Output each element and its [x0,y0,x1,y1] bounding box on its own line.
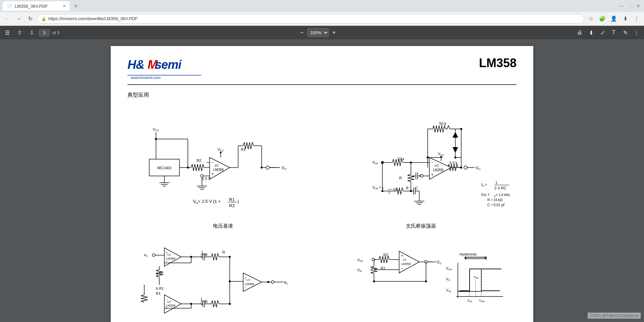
circuit2-label: 文氏桥振荡器 [406,223,436,229]
circuit2-diagram: 50 k [325,105,517,220]
svg-point-89 [464,166,467,169]
minimize-icon[interactable]: — [618,2,625,10]
svg-text:1/2: 1/2 [434,164,439,167]
svg-text:VO: VO [476,166,480,171]
svg-text:R2: R2 [229,203,235,208]
svg-text:R: R [399,176,402,180]
svg-text:50 k: 50 k [439,122,446,126]
sidebar-toggle-button[interactable]: ☰ [3,28,12,37]
svg-text:LM358: LM358 [401,262,411,266]
svg-text:LM358: LM358 [213,168,224,172]
svg-text:e1: e1 [144,253,148,258]
svg-text:1: 1 [201,297,203,301]
svg-text:−: − [166,259,168,263]
svg-text:C: C [201,302,203,306]
text-select-button[interactable]: T [609,28,619,37]
svg-text:C = 0.01 μF: C = 0.01 μF [487,203,505,207]
page-up-button[interactable]: ⇧ [15,28,24,37]
svg-text:Vref = 1: Vref = 1 [372,185,384,190]
page-down-button[interactable]: ⇩ [27,28,36,37]
reload-button[interactable]: ↻ [25,14,35,24]
browser-chrome: 📄 LM358_36V.PDF ✕ + — ⬜ ✕ ← → ↻ 🔒 https:… [0,0,644,26]
circuit3-section: e1 1/2 LM358 + − a R1 [127,236,319,322]
section-title: 典型应用 [127,92,517,99]
circuit3-diagram: e1 1/2 LM358 + − a R1 [127,236,319,320]
page-total: of 5 [52,30,60,35]
fit-page-button[interactable]: ⤢ [598,28,607,37]
svg-point-94 [460,167,462,169]
svg-point-200 [271,281,274,283]
download-pdf-button[interactable]: ⬇ [586,28,596,37]
svg-text:+: + [166,251,168,255]
svg-text:H&: H& [127,58,144,72]
svg-text:R2: R2 [197,158,201,163]
svg-text:R2: R2 [383,253,388,257]
circuit1-diagram: MC1403 VCC R2 [127,105,319,220]
watermark: CSDN @FakeOccupational [588,313,641,319]
circuits-grid: MC1403 VCC R2 [127,105,517,229]
pdf-toolbar: ☰ ⇧ ⇩ of 5 − 50% 75% 100% 125% 150% 200%… [0,26,644,39]
svg-text:−: − [431,160,433,165]
svg-text:1: 1 [495,181,497,185]
svg-text:For:  f: For: f [481,193,489,197]
svg-text:−: − [401,266,403,271]
svg-text:VO: VO [446,277,450,281]
active-tab[interactable]: 📄 LM358_36V.PDF ✕ [3,1,70,11]
svg-text:VCC: VCC [438,152,444,156]
svg-text:Vref: Vref [357,258,363,263]
zoom-in-button[interactable]: + [330,29,338,37]
svg-text:−: − [211,160,214,165]
svg-text:VO: VO [282,166,286,171]
svg-text:2.5 V: 2.5 V [202,177,211,181]
svg-text:= 2.5 V (1 +: = 2.5 V (1 + [198,199,221,204]
svg-text:R1: R1 [241,147,246,151]
profile-icon[interactable]: 👤 [609,14,619,24]
extensions-icon[interactable]: 🧩 [598,14,607,24]
print-button[interactable]: 🖨 [575,28,584,37]
svg-rect-237 [458,261,501,298]
tab-bar: 📄 LM358_36V.PDF ✕ + — ⬜ ✕ [0,0,644,12]
svg-text:VinH: VinH [479,299,485,303]
more-button[interactable]: ⋮ [632,28,641,37]
svg-point-29 [220,152,222,153]
svg-point-227 [425,280,427,282]
circuit1-section: MC1403 VCC R2 [127,105,319,229]
address-bar[interactable]: 🔒 https://hmsemi.com/downfile/LM358_36V.… [37,14,584,24]
pdf-page: H& M semi www.hmsemi.com LM358 典型应用 [111,46,533,322]
pdf-content-area: H& M semi www.hmsemi.com LM358 典型应用 [0,39,644,322]
page-number-input[interactable] [39,29,50,36]
svg-text:−: − [166,298,168,302]
zoom-select[interactable]: 50% 75% 100% 125% 150% 200% 300% 400% [307,28,329,37]
svg-point-93 [460,128,462,130]
annotate-button[interactable]: ✎ [621,28,630,37]
new-tab-button[interactable]: + [71,1,80,11]
svg-text:2: 2 [388,191,390,194]
zoom-out-button[interactable]: − [298,29,306,37]
maximize-icon[interactable]: ⬜ [626,2,634,10]
svg-point-218 [372,268,375,271]
close-icon[interactable]: ✕ [635,2,641,10]
tab-close-icon[interactable]: ✕ [63,4,66,8]
svg-text:VCC: VCC [153,127,159,132]
svg-text:VOH: VOH [446,267,452,271]
svg-text:Vin: Vin [357,268,362,273]
svg-marker-60 [453,132,458,137]
svg-text:2 π RC: 2 π RC [494,186,506,190]
svg-text:MC1403: MC1403 [157,166,171,170]
forward-button[interactable]: → [14,14,23,24]
back-button[interactable]: ← [3,14,12,24]
download-icon[interactable]: ⬇ [621,14,630,24]
svg-text:Vref: Vref [372,160,378,165]
zoom-controls: − 50% 75% 100% 125% 150% 200% 300% 400% … [298,28,338,37]
svg-marker-64 [453,147,458,152]
svg-point-208 [372,258,375,261]
svg-text:Hysteresis: Hysteresis [460,252,477,256]
svg-text:1/2: 1/2 [214,164,219,167]
svg-text:VCC: VCC [218,147,224,152]
lock-icon: 🔒 [41,16,46,21]
svg-text:f0 =: f0 = [481,183,487,187]
bottom-row: e1 1/2 LM358 + − a R1 [127,236,517,322]
bookmark-icon[interactable]: ☆ [586,14,596,24]
part-number: LM358 [479,56,517,70]
settings-icon[interactable]: ⋮ [632,14,641,24]
